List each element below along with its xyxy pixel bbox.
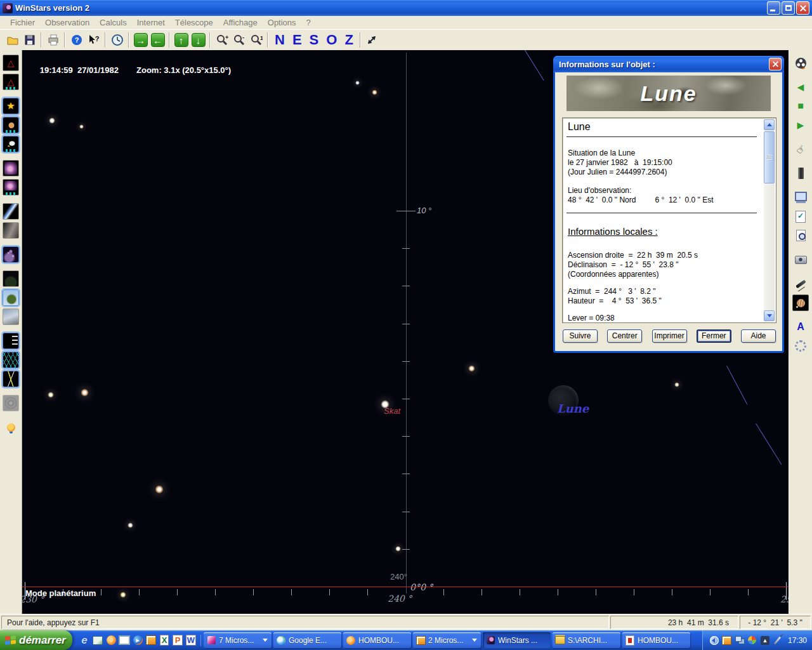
pan-right-icon[interactable]: → [132, 32, 149, 49]
info-content[interactable]: Lune Situation de la Lune le 27 janvier … [562, 117, 776, 323]
comets-icon[interactable] [3, 203, 19, 220]
constellation-lines-icon[interactable] [3, 55, 19, 71]
wmp-icon[interactable] [132, 635, 143, 646]
satellites-icon[interactable] [3, 136, 19, 152]
landscape-day-icon[interactable] [3, 289, 19, 306]
outlook-icon[interactable] [145, 635, 157, 646]
text-a-icon[interactable] [792, 319, 809, 335]
ie-icon[interactable] [79, 635, 90, 646]
menu-item-5[interactable]: Affichage [218, 18, 263, 27]
meteors-icon[interactable] [3, 222, 19, 239]
zoom-out-icon[interactable]: - [230, 32, 247, 49]
direction-o-button[interactable]: O [322, 32, 341, 48]
direction-s-button[interactable]: S [306, 32, 323, 48]
play-icon[interactable] [792, 117, 809, 133]
show-desktop-icon[interactable] [92, 635, 103, 646]
zoom-in-icon[interactable]: + [213, 32, 230, 49]
milky-way-icon[interactable] [3, 246, 19, 263]
menu-item-3[interactable]: Internet [132, 18, 170, 27]
constellation-labels-icon[interactable] [3, 74, 19, 90]
tower-icon[interactable] [792, 165, 809, 182]
pan-down-icon[interactable]: ↓ [190, 32, 207, 49]
stylus-tray-icon[interactable] [773, 635, 783, 646]
direction-n-button[interactable]: N [271, 32, 289, 48]
taskbar-button[interactable]: 7 Micros... [204, 632, 272, 648]
altitude-scale-icon[interactable] [3, 333, 19, 349]
powerpoint-icon[interactable] [172, 635, 183, 646]
menu-item-6[interactable]: Options [263, 18, 301, 27]
scroll-up-icon[interactable] [764, 119, 775, 130]
nebulae-icon[interactable] [3, 160, 19, 176]
tips-icon[interactable] [3, 419, 19, 435]
imprimer-button[interactable]: Imprimer [652, 329, 687, 343]
telescope-icon[interactable] [792, 275, 809, 292]
taskbar-button[interactable]: HOMBOU... [343, 632, 411, 648]
network-tray-icon[interactable] [735, 635, 745, 646]
taskbar-button[interactable]: 2 Micros... [413, 632, 481, 648]
clock-icon[interactable] [108, 32, 126, 49]
firefox-icon[interactable] [105, 635, 117, 646]
open-icon[interactable] [4, 32, 21, 49]
atmosphere-icon[interactable] [3, 308, 19, 325]
stars-icon[interactable] [3, 98, 19, 114]
origin-label: 0°0 ° [410, 582, 433, 592]
aide-button[interactable]: Aide [741, 329, 776, 343]
info-scrollbar[interactable] [764, 119, 775, 321]
nebulae-labels-icon[interactable] [3, 179, 19, 196]
satellite-trail [726, 366, 747, 404]
excel-icon[interactable] [159, 635, 170, 646]
pointer-icon[interactable] [792, 141, 809, 157]
camera-icon[interactable] [792, 251, 809, 268]
radio-sources-icon[interactable] [3, 395, 19, 411]
pan-diagonal-icon[interactable] [363, 32, 381, 49]
title-bar[interactable]: WinStars version 2 [0, 0, 812, 16]
close-button[interactable] [796, 1, 809, 15]
settings-icon[interactable] [792, 338, 809, 354]
pan-up-icon[interactable]: ↑ [173, 32, 190, 49]
taskbar-button[interactable]: HOMBOU... [622, 632, 690, 648]
direction-e-button[interactable]: E [289, 32, 306, 48]
equatorial-grid-icon[interactable] [3, 352, 19, 368]
zoom-reset-icon[interactable]: 1 [247, 32, 265, 49]
menu-item-1[interactable]: Observation [40, 18, 95, 27]
ecliptic-line-icon[interactable] [3, 371, 19, 387]
chevron-tray-icon[interactable] [709, 635, 719, 646]
messenger-tray-icon[interactable] [747, 635, 757, 646]
suivre-button[interactable]: Suivre [563, 329, 598, 343]
step-back-icon[interactable] [792, 79, 809, 95]
taskbar-button[interactable]: Google E... [273, 632, 341, 648]
word-icon[interactable] [185, 635, 197, 646]
outlook-tray-icon[interactable] [722, 635, 732, 646]
menu-item-7[interactable]: ? [301, 18, 316, 27]
window-icon[interactable] [119, 635, 130, 646]
landscape-night-icon[interactable] [3, 270, 19, 287]
start-button[interactable]: démarrer [0, 630, 72, 650]
taskbar-button[interactable]: WinStars ... [483, 632, 551, 648]
scroll-thumb[interactable] [764, 131, 775, 183]
context-help-icon[interactable]: ? [85, 32, 102, 49]
stop-icon[interactable] [792, 98, 809, 114]
print-icon[interactable] [44, 32, 62, 49]
info-close-icon[interactable] [769, 58, 782, 70]
menu-item-2[interactable]: Calculs [95, 18, 132, 27]
centrer-button[interactable]: Centrer [607, 329, 642, 343]
fermer-button[interactable]: Fermer [697, 329, 731, 343]
minimize-button[interactable] [767, 1, 780, 15]
restore-button[interactable] [782, 1, 795, 15]
scroll-down-icon[interactable] [764, 310, 775, 321]
jupiter-icon[interactable] [792, 295, 809, 311]
save-icon[interactable] [21, 32, 38, 49]
direction-z-button[interactable]: Z [341, 32, 357, 48]
search-doc-icon[interactable] [792, 227, 809, 244]
checklist-icon[interactable] [792, 208, 809, 225]
planets-icon[interactable] [3, 117, 19, 133]
taskbar-button[interactable]: S:\ARCHI... [553, 632, 620, 648]
menu-item-4[interactable]: Télescope [170, 18, 218, 27]
menu-item-0[interactable]: Fichier [5, 18, 40, 27]
animation-icon[interactable] [792, 55, 809, 71]
antivirus-tray-icon[interactable] [760, 635, 770, 646]
info-panel-titlebar[interactable]: Informations sur l'objet : [553, 56, 784, 72]
pan-left-icon[interactable]: ← [149, 32, 166, 49]
help-icon[interactable]: ? [68, 32, 85, 49]
computer-icon[interactable] [792, 189, 809, 206]
